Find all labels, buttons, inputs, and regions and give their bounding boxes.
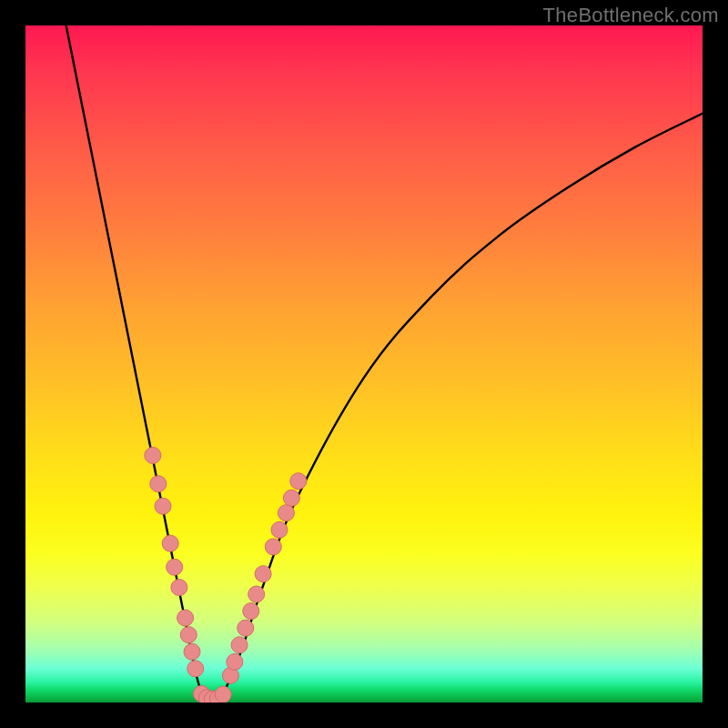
data-marker: [150, 476, 167, 492]
chart-overlay: [25, 25, 703, 703]
data-marker: [283, 490, 299, 506]
outer-frame: TheBottleneck.com: [0, 0, 728, 728]
data-marker: [215, 686, 231, 703]
data-marker: [155, 498, 171, 514]
data-marker: [271, 521, 288, 538]
data-marker: [248, 586, 265, 602]
data-marker: [255, 566, 271, 582]
data-marker: [243, 603, 259, 620]
data-marker: [184, 643, 200, 660]
data-marker: [278, 505, 294, 521]
plot-area: [25, 25, 703, 703]
data-markers: [145, 447, 307, 703]
data-marker: [171, 580, 187, 596]
data-marker: [162, 535, 178, 551]
bottleneck-curve: [66, 25, 703, 700]
data-marker: [167, 559, 183, 575]
watermark-text: TheBottleneck.com: [543, 4, 719, 27]
data-marker: [177, 610, 194, 626]
data-marker: [290, 473, 307, 490]
data-marker: [265, 539, 281, 555]
data-marker: [145, 447, 161, 463]
data-marker: [227, 653, 243, 670]
data-marker: [180, 627, 197, 643]
data-marker: [238, 620, 254, 636]
data-marker: [187, 661, 204, 677]
data-marker: [231, 637, 248, 653]
